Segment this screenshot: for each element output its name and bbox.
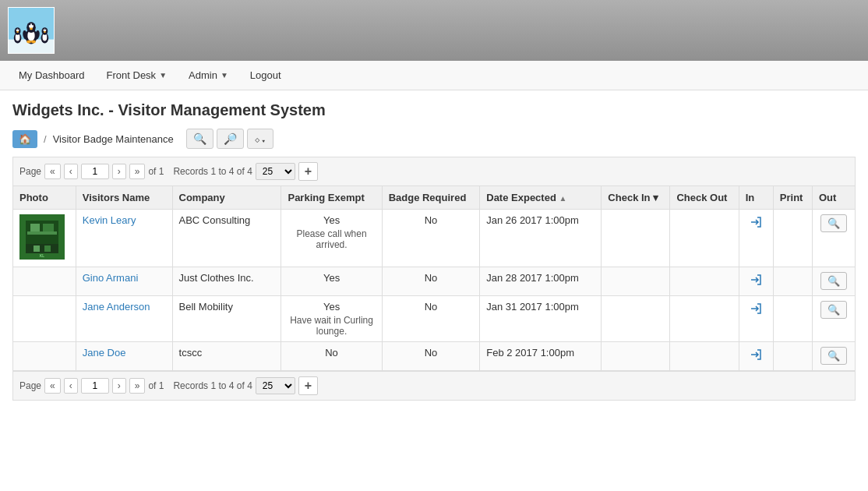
svg-point-19: [18, 28, 19, 30]
filter-button[interactable]: ⬦▾: [247, 129, 273, 149]
row-2-parking-cell: YesHave wait in Curling lounge.: [281, 296, 382, 342]
of-label-bottom: of 1: [148, 380, 164, 391]
col-header-name[interactable]: Visitors Name: [76, 186, 172, 210]
search-detail-button-2[interactable]: 🔍: [820, 301, 847, 319]
checkin-dropdown-arrow: ▾: [653, 192, 658, 203]
page-prev-button-bottom[interactable]: ‹: [64, 378, 78, 394]
col-header-parking[interactable]: Parking Exempt: [281, 186, 382, 210]
admin-dropdown-arrow: ▼: [221, 71, 228, 79]
col-header-badge[interactable]: Badge Required: [382, 186, 480, 210]
nav-my-dashboard[interactable]: My Dashboard: [8, 63, 96, 87]
row-2-checkin-cell: [602, 296, 670, 342]
row-3-checkout-cell: [670, 342, 739, 371]
row-0-parking-cell: YesPlease call when arrived.: [281, 210, 382, 267]
checkin-action-button-2[interactable]: [746, 301, 765, 320]
col-header-print: Print: [773, 186, 812, 210]
checkin-action-button-3[interactable]: [746, 347, 765, 366]
row-3-company-cell: tcscc: [172, 342, 281, 371]
row-0-name-cell: Kevin Leary: [76, 210, 172, 267]
table-row: Gino ArmaniJust Clothes Inc.YesNoJan 28 …: [13, 267, 856, 296]
table-row: Jane DoetcsccNoNoFeb 2 2017 1:00pm🔍: [13, 342, 856, 371]
row-0-photo-cell: KL: [13, 210, 76, 267]
page-number-input-bottom[interactable]: [81, 378, 109, 394]
col-header-photo: Photo: [13, 186, 76, 210]
row-1-parking-cell: Yes: [281, 267, 382, 296]
nav-admin[interactable]: Admin ▼: [178, 63, 239, 87]
page-first-button[interactable]: «: [44, 164, 61, 179]
svg-point-7: [29, 23, 30, 25]
row-0-date-cell: Jan 26 2017 1:00pm: [480, 210, 602, 267]
row-1-name-cell: Gino Armani: [76, 267, 172, 296]
svg-point-25: [44, 28, 45, 30]
page-first-button-bottom[interactable]: «: [44, 378, 61, 394]
row-3-badge-cell: No: [382, 342, 480, 371]
svg-point-18: [16, 28, 18, 30]
search-detail-button-0[interactable]: 🔍: [820, 214, 847, 232]
search-button[interactable]: 🔍: [186, 129, 213, 149]
row-3-parking-cell: No: [281, 342, 382, 371]
visitor-name-link-2[interactable]: Jane Anderson: [83, 301, 150, 313]
row-2-company-cell: Bell Mobility: [172, 296, 281, 342]
svg-rect-32: [26, 244, 58, 253]
table-row: Jane AndersonBell MobilityYesHave wait i…: [13, 296, 856, 342]
checkin-action-button-1[interactable]: [746, 272, 765, 291]
col-header-checkout[interactable]: Check Out: [670, 186, 739, 210]
row-2-checkout-cell: [670, 296, 739, 342]
page-label: Page: [19, 166, 41, 177]
row-1-photo-cell: [13, 267, 76, 296]
col-header-checkin[interactable]: Check In ▾: [602, 186, 670, 210]
search-detail-button-1[interactable]: 🔍: [820, 272, 847, 290]
pagination-bottom: Page « ‹ › » of 1 Records 1 to 4 of 4 25…: [12, 371, 856, 401]
page-last-button[interactable]: »: [129, 164, 146, 179]
svg-point-6: [30, 28, 33, 30]
col-header-in: In: [739, 186, 773, 210]
breadcrumb-current: Visitor Badge Maintenance: [53, 133, 174, 145]
records-label-bottom: Records 1 to 4 of 4: [173, 380, 252, 391]
row-0-in-cell: [739, 210, 773, 267]
add-record-button[interactable]: +: [298, 162, 318, 181]
advanced-search-button[interactable]: 🔎: [217, 129, 244, 149]
nav-logout[interactable]: Logout: [239, 63, 292, 87]
add-record-button-bottom[interactable]: +: [298, 376, 318, 395]
row-0-checkout-cell: [670, 210, 739, 267]
date-sort-arrow: ▲: [559, 194, 566, 203]
row-2-photo-cell: [13, 296, 76, 342]
svg-point-26: [44, 28, 46, 30]
col-header-date[interactable]: Date Expected ▲: [480, 186, 602, 210]
visitor-name-link-3[interactable]: Jane Doe: [83, 347, 126, 359]
row-3-in-cell: [739, 342, 773, 371]
row-1-badge-cell: No: [382, 267, 480, 296]
page-prev-button[interactable]: ‹: [64, 164, 78, 179]
records-label: Records 1 to 4 of 4: [173, 166, 252, 177]
row-0-badge-cell: No: [382, 210, 480, 267]
visitor-name-link-1[interactable]: Gino Armani: [83, 272, 139, 284]
svg-rect-29: [30, 224, 40, 231]
toolbar: 🔍 🔎 ⬦▾: [186, 129, 273, 149]
checkin-action-button-0[interactable]: [746, 214, 765, 233]
per-page-select-bottom[interactable]: 25 50 100: [256, 377, 295, 394]
row-3-print-cell: [773, 342, 812, 371]
breadcrumb-home-button[interactable]: 🏠: [12, 130, 37, 148]
col-header-company[interactable]: Company: [172, 186, 281, 210]
breadcrumb-row: 🏠 / Visitor Badge Maintenance 🔍 🔎 ⬦▾: [12, 129, 856, 149]
row-2-in-cell: [739, 296, 773, 342]
row-3-out-cell: 🔍: [812, 342, 855, 371]
svg-point-8: [32, 23, 34, 25]
row-1-date-cell: Jan 28 2017 1:00pm: [480, 267, 602, 296]
page-next-button-bottom[interactable]: ›: [112, 378, 126, 394]
visitor-name-link-0[interactable]: Kevin Leary: [83, 214, 136, 226]
page-next-button[interactable]: ›: [112, 164, 126, 179]
col-header-out: Out: [812, 186, 855, 210]
per-page-select[interactable]: 25 50 100: [256, 163, 295, 180]
nav-bar: My Dashboard Front Desk ▼ Admin ▼ Logout: [0, 61, 868, 90]
svg-point-24: [44, 31, 46, 33]
svg-point-17: [16, 31, 19, 33]
nav-front-desk[interactable]: Front Desk ▼: [96, 63, 178, 87]
row-3-checkin-cell: [602, 342, 670, 371]
front-desk-dropdown-arrow: ▼: [159, 71, 167, 79]
row-0-company-cell: ABC Consulting: [172, 210, 281, 267]
search-detail-button-3[interactable]: 🔍: [820, 347, 847, 365]
svg-point-12: [31, 41, 36, 44]
page-last-button-bottom[interactable]: »: [129, 378, 146, 394]
page-number-input[interactable]: [81, 164, 109, 179]
